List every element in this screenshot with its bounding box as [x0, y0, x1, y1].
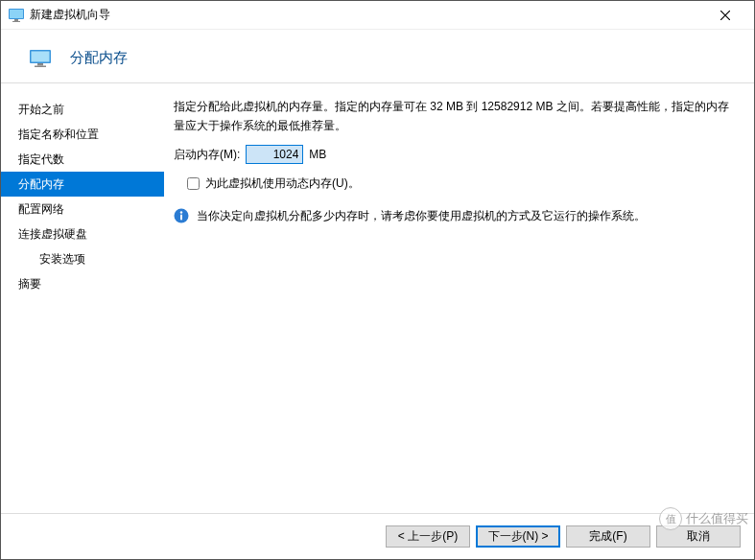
svg-rect-6	[37, 63, 43, 66]
window-title: 新建虚拟机向导	[30, 7, 703, 23]
info-text: 当你决定向虚拟机分配多少内存时，请考虑你要使用虚拟机的方式及它运行的操作系统。	[197, 206, 646, 225]
wizard-footer: < 上一步(P) 下一步(N) > 完成(F) 取消	[1, 513, 754, 559]
svg-rect-3	[12, 21, 20, 22]
step-assign-memory[interactable]: 分配内存	[1, 172, 164, 197]
step-connect-vhd[interactable]: 连接虚拟硬盘	[1, 222, 164, 246]
svg-rect-5	[32, 51, 50, 61]
dynamic-memory-label[interactable]: 为此虚拟机使用动态内存(U)。	[205, 174, 360, 193]
info-icon	[174, 208, 189, 223]
svg-rect-10	[180, 215, 182, 221]
description-text: 指定分配给此虚拟机的内存量。指定的内存量可在 32 MB 到 12582912 …	[174, 97, 737, 135]
memory-label: 启动内存(M):	[174, 145, 240, 164]
wizard-body: 开始之前 指定名称和位置 指定代数 分配内存 配置网络 连接虚拟硬盘 安装选项 …	[1, 83, 754, 513]
svg-rect-7	[35, 65, 46, 67]
step-configure-network[interactable]: 配置网络	[1, 197, 164, 222]
step-generation[interactable]: 指定代数	[1, 147, 164, 172]
step-name-location[interactable]: 指定名称和位置	[1, 122, 164, 147]
step-summary[interactable]: 摘要	[1, 271, 164, 296]
previous-button[interactable]: < 上一步(P)	[386, 525, 470, 548]
startup-memory-input[interactable]	[246, 145, 303, 164]
wizard-window: 新建虚拟机向导 分配内存 开始之前 指定名称和位置 指定代数 分配内存 配置网络…	[0, 0, 755, 560]
step-before-begin[interactable]: 开始之前	[1, 97, 164, 122]
content-panel: 指定分配给此虚拟机的内存量。指定的内存量可在 32 MB 到 12582912 …	[164, 83, 754, 513]
memory-row: 启动内存(M): MB	[174, 145, 737, 164]
close-button[interactable]	[703, 2, 746, 29]
memory-unit: MB	[309, 145, 326, 164]
dynamic-memory-row: 为此虚拟机使用动态内存(U)。	[174, 174, 737, 193]
next-button[interactable]: 下一步(N) >	[476, 525, 560, 548]
cancel-button[interactable]: 取消	[656, 525, 741, 548]
svg-rect-1	[10, 10, 23, 18]
steps-sidebar: 开始之前 指定名称和位置 指定代数 分配内存 配置网络 连接虚拟硬盘 安装选项 …	[1, 83, 164, 513]
dynamic-memory-checkbox[interactable]	[187, 177, 200, 190]
monitor-icon	[30, 50, 51, 67]
info-row: 当你决定向虚拟机分配多少内存时，请考虑你要使用虚拟机的方式及它运行的操作系统。	[174, 206, 737, 225]
wizard-header: 分配内存	[1, 30, 754, 82]
finish-button[interactable]: 完成(F)	[566, 525, 650, 548]
step-install-options[interactable]: 安装选项	[1, 246, 164, 271]
app-icon	[9, 9, 24, 22]
svg-point-9	[180, 211, 182, 213]
titlebar: 新建虚拟机向导	[1, 1, 754, 30]
page-title: 分配内存	[70, 49, 128, 67]
svg-rect-2	[14, 19, 18, 21]
